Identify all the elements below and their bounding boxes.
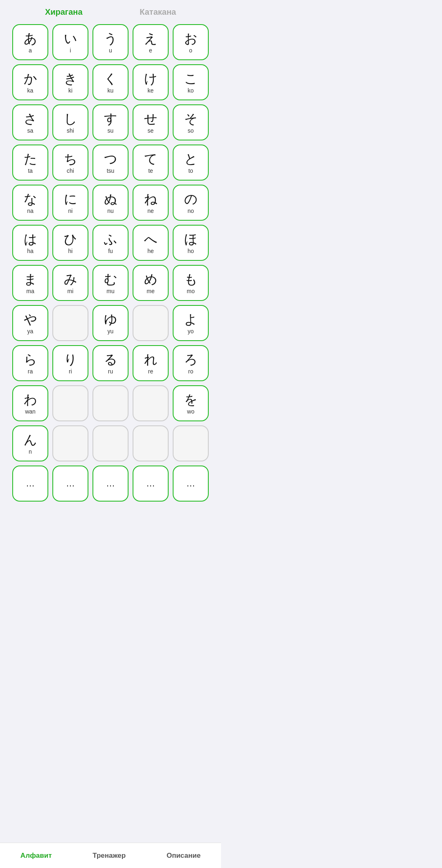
- kana-character: は: [24, 231, 37, 247]
- kana-character: へ: [144, 231, 158, 247]
- kana-cell[interactable]: つtsu: [92, 145, 129, 181]
- kana-cell[interactable]: いi: [52, 24, 88, 60]
- kana-cell[interactable]: ちchi: [52, 145, 88, 181]
- kana-cell[interactable]: わwan: [12, 385, 48, 421]
- kana-romanization: hi: [68, 248, 73, 254]
- kana-romanization: e: [149, 47, 152, 54]
- kana-character: か: [24, 71, 37, 86]
- kana-romanization: mi: [68, 288, 74, 294]
- kana-romanization: yo: [188, 328, 194, 335]
- kana-cell[interactable]: さsa: [12, 104, 48, 140]
- kana-cell[interactable]: しshi: [52, 104, 88, 140]
- kana-romanization: ke: [148, 87, 154, 94]
- kana-character: せ: [144, 111, 158, 127]
- kana-romanization: mo: [187, 288, 194, 294]
- kana-cell[interactable]: けke: [133, 64, 169, 100]
- kana-cell[interactable]: せse: [133, 104, 169, 140]
- tab-katakana[interactable]: Катакана: [140, 7, 176, 17]
- kana-cell[interactable]: むmu: [92, 265, 129, 301]
- kana-cell[interactable]: らra: [12, 345, 48, 381]
- kana-character: ゆ: [104, 312, 117, 327]
- kana-cell[interactable]: よyo: [173, 305, 209, 341]
- tab-hiragana[interactable]: Хирагана: [45, 7, 83, 17]
- kana-cell[interactable]: やya: [12, 305, 48, 341]
- kana-cell[interactable]: そso: [173, 104, 209, 140]
- kana-cell[interactable]: んn: [12, 425, 48, 461]
- kana-cell[interactable]: …: [92, 466, 129, 502]
- kana-cell[interactable]: まma: [12, 265, 48, 301]
- kana-cell: [52, 385, 88, 421]
- kana-romanization: i: [70, 47, 71, 54]
- kana-romanization: su: [108, 127, 114, 134]
- kana-romanization: ku: [108, 87, 114, 94]
- kana-cell[interactable]: めme: [133, 265, 169, 301]
- kana-romanization: ra: [28, 368, 33, 375]
- kana-cell[interactable]: みmi: [52, 265, 88, 301]
- kana-romanization: na: [27, 208, 34, 214]
- kana-cell[interactable]: るru: [92, 345, 129, 381]
- kana-character: も: [184, 271, 198, 287]
- kana-cell[interactable]: すsu: [92, 104, 129, 140]
- kana-cell[interactable]: …: [12, 466, 48, 502]
- kana-cell: [52, 425, 88, 461]
- kana-cell[interactable]: はha: [12, 225, 48, 261]
- kana-cell[interactable]: こko: [173, 64, 209, 100]
- kana-romanization: ta: [28, 167, 33, 174]
- grid-row: はhaひhiふfuへheほho: [12, 225, 209, 261]
- kana-cell[interactable]: たta: [12, 145, 48, 181]
- kana-cell: [92, 425, 129, 461]
- kana-character: そ: [184, 111, 198, 127]
- kana-cell[interactable]: …: [133, 466, 169, 502]
- grid-row: あaいiうuえeおo: [12, 24, 209, 60]
- kana-cell[interactable]: へhe: [133, 225, 169, 261]
- kana-cell[interactable]: えe: [133, 24, 169, 60]
- kana-cell[interactable]: のno: [173, 185, 209, 221]
- kana-cell[interactable]: にni: [52, 185, 88, 221]
- kana-cell[interactable]: くku: [92, 64, 129, 100]
- kana-cell[interactable]: うu: [92, 24, 129, 60]
- kana-romanization: ha: [27, 248, 34, 254]
- kana-character: ま: [24, 271, 37, 287]
- kana-cell[interactable]: おo: [173, 24, 209, 60]
- kana-cell[interactable]: りri: [52, 345, 88, 381]
- kana-cell[interactable]: きki: [52, 64, 88, 100]
- grid-row: さsaしshiすsuせseそso: [12, 104, 209, 140]
- kana-character: み: [64, 271, 77, 287]
- kana-cell[interactable]: なna: [12, 185, 48, 221]
- kana-romanization: he: [147, 248, 154, 254]
- kana-cell[interactable]: ほho: [173, 225, 209, 261]
- kana-cell[interactable]: あa: [12, 24, 48, 60]
- kana-cell[interactable]: とto: [173, 145, 209, 181]
- kana-cell[interactable]: をwo: [173, 385, 209, 421]
- kana-romanization: ru: [108, 368, 113, 375]
- grid-row: なnaにniぬnuねneのno: [12, 185, 209, 221]
- kana-cell[interactable]: かka: [12, 64, 48, 100]
- kana-cell[interactable]: ぬnu: [92, 185, 129, 221]
- kana-cell: [173, 425, 209, 461]
- kana-character: を: [184, 392, 198, 407]
- grid-row: ……………: [12, 466, 209, 502]
- kana-cell[interactable]: ふfu: [92, 225, 129, 261]
- kana-character: し: [64, 111, 77, 127]
- kana-cell[interactable]: れre: [133, 345, 169, 381]
- kana-character: つ: [104, 151, 117, 167]
- kana-character: あ: [24, 31, 37, 46]
- kana-character: お: [184, 31, 198, 46]
- kana-cell[interactable]: てte: [133, 145, 169, 181]
- kana-character: ぬ: [104, 191, 117, 207]
- kana-cell[interactable]: ねne: [133, 185, 169, 221]
- grid-row: んn: [12, 425, 209, 461]
- kana-character: わ: [24, 392, 37, 407]
- kana-cell[interactable]: …: [173, 466, 209, 502]
- kana-cell[interactable]: もmo: [173, 265, 209, 301]
- kana-cell[interactable]: ろro: [173, 345, 209, 381]
- kana-cell[interactable]: ゆyu: [92, 305, 129, 341]
- kana-character: に: [64, 191, 77, 207]
- kana-cell[interactable]: …: [52, 466, 88, 502]
- kana-character: ら: [24, 352, 37, 367]
- kana-romanization: no: [187, 208, 194, 214]
- grid-row: かkaきkiくkuけkeこko: [12, 64, 209, 100]
- kana-character: り: [64, 352, 77, 367]
- kana-cell: [92, 385, 129, 421]
- kana-cell[interactable]: ひhi: [52, 225, 88, 261]
